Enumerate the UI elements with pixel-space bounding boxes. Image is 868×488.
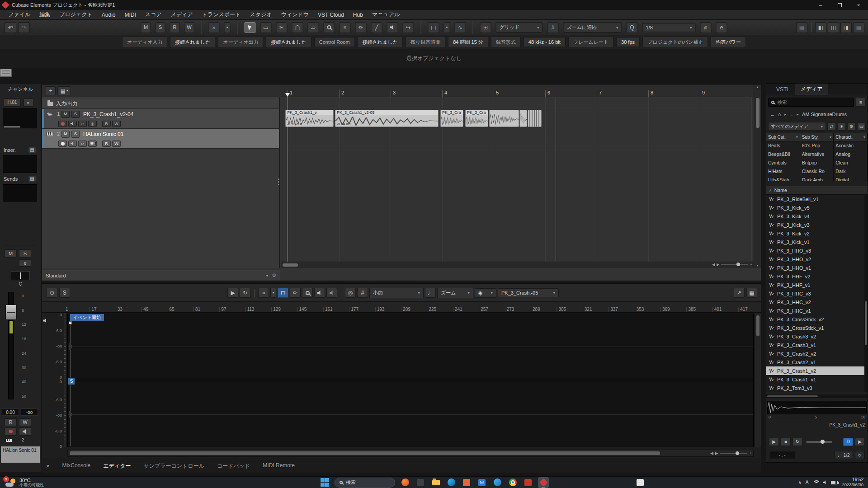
menu-item[interactable]: ファイル bbox=[4, 9, 35, 20]
scrollbar-thumb[interactable] bbox=[283, 263, 298, 267]
scrollbar-thumb[interactable] bbox=[756, 315, 760, 336]
sends-section-label[interactable]: Sends bbox=[4, 176, 18, 182]
media-file-row[interactable]: PK_3_HHC_v1 bbox=[766, 306, 868, 315]
media-search-input[interactable]: 検索 bbox=[768, 98, 854, 107]
link-pin-button[interactable]: ⊙ bbox=[47, 288, 57, 298]
media-file-row[interactable]: PK_3_Crash2_v1 bbox=[766, 358, 868, 366]
splitter-grip[interactable] bbox=[277, 175, 280, 188]
channel-preset-button[interactable]: H.01 bbox=[4, 99, 21, 107]
grid-mode-dropdown[interactable]: 小節▾ bbox=[369, 288, 424, 298]
automation-read-button[interactable]: R bbox=[170, 22, 180, 33]
editor-zoom-controls[interactable]: ◀ ▶ + bbox=[710, 451, 751, 455]
autoscroll-dropdown[interactable]: ▾ bbox=[224, 22, 231, 33]
snap-toggle-button[interactable]: ∿ bbox=[455, 22, 466, 33]
scrollbar-thumb[interactable] bbox=[70, 451, 660, 455]
volume-handle[interactable] bbox=[821, 440, 825, 444]
automation-mute-button[interactable]: M bbox=[141, 22, 151, 33]
maximize-button[interactable] bbox=[830, 0, 849, 10]
write-automation-button[interactable]: W bbox=[19, 418, 31, 426]
play-tool-button[interactable] bbox=[387, 22, 398, 33]
filter-item[interactable]: Cymbals bbox=[766, 159, 800, 167]
filter-item[interactable]: 80's Pop bbox=[800, 141, 834, 150]
zone-tab[interactable]: エディター bbox=[103, 462, 131, 470]
read-automation-button[interactable]: R bbox=[5, 418, 17, 426]
erase-tool-button[interactable]: ▱ bbox=[308, 22, 319, 33]
filter-item[interactable]: Dark Amb bbox=[800, 176, 834, 181]
sync-chip[interactable]: ↻ bbox=[855, 451, 865, 459]
channel-solo-button[interactable]: S bbox=[19, 249, 31, 258]
menu-item[interactable]: Hub bbox=[349, 10, 368, 19]
media-file-row[interactable]: PK_3_CrossStick_v2 bbox=[766, 315, 868, 324]
filter-item[interactable]: Analog bbox=[834, 150, 867, 159]
media-file-row[interactable]: PK_3_Kick_v4 bbox=[766, 212, 868, 221]
track-solo-button[interactable]: S bbox=[71, 111, 80, 118]
audio-event-hatched[interactable] bbox=[528, 110, 542, 127]
editor-vertical-scrollbar[interactable] bbox=[755, 314, 761, 447]
media-file-row[interactable]: PK_3_Crash1_v1 bbox=[766, 375, 868, 384]
media-file-row[interactable]: PK_3_HHC_v2 bbox=[766, 298, 868, 306]
media-file-row[interactable]: PK_3_Crash1_v2 bbox=[766, 366, 868, 375]
autoscroll-button[interactable]: » bbox=[258, 288, 269, 298]
audio-event[interactable]: PK_3_Cra bbox=[440, 110, 463, 127]
media-file-row[interactable]: PK_3_Crash3_v2 bbox=[766, 332, 868, 341]
filter-item[interactable]: Acoustic bbox=[834, 141, 867, 150]
taskbar-app-icon[interactable] bbox=[635, 477, 646, 488]
list-horizontal-scrollbar[interactable] bbox=[766, 394, 868, 398]
media-file-row[interactable]: PK_3_Kick_v2 bbox=[766, 229, 868, 238]
view-options-dropdown[interactable]: ◉▾ bbox=[475, 288, 496, 298]
automation-write-button[interactable]: W bbox=[184, 22, 194, 33]
filter-column-header[interactable]: Charact.▾ bbox=[834, 133, 867, 141]
inserts-section-label[interactable]: Inser. bbox=[4, 147, 16, 153]
media-file-row[interactable]: PK_3_Kick_v5 bbox=[766, 203, 868, 212]
event-display[interactable]: 123456789 PK_3_Crash1_v. -2.93 dB PK_3_C… bbox=[281, 84, 754, 268]
record-enable-button[interactable] bbox=[58, 121, 67, 127]
filter-item[interactable]: Hits&Stab bbox=[766, 176, 800, 181]
add-track-button[interactable]: + bbox=[46, 86, 56, 95]
monitor-button[interactable] bbox=[19, 427, 31, 436]
zoom-slider-handle[interactable] bbox=[736, 263, 740, 266]
draw-tool-button[interactable]: ✏ bbox=[290, 288, 301, 298]
undo-button[interactable]: ↶ bbox=[5, 22, 16, 33]
hitpoint-button[interactable]: ◎ bbox=[345, 288, 356, 298]
list-scrollbar[interactable] bbox=[864, 195, 868, 392]
menu-item[interactable]: スコア bbox=[141, 9, 166, 20]
auto-play-button[interactable]: D bbox=[843, 438, 853, 446]
fade-handle[interactable] bbox=[69, 321, 72, 324]
audio-event[interactable] bbox=[489, 110, 519, 127]
rack-menu-button[interactable]: ≡ bbox=[856, 98, 866, 107]
select-tool-button[interactable] bbox=[245, 22, 256, 33]
preview-loop-button[interactable]: ↻ bbox=[793, 438, 802, 446]
inserts-state-icon[interactable]: ◎ bbox=[88, 121, 97, 127]
channel-edit-button[interactable]: e bbox=[19, 259, 31, 267]
weather-widget[interactable]: 9 30°C 小雨の可能性 bbox=[2, 477, 47, 488]
preview-stop-button[interactable]: ■ bbox=[781, 438, 791, 446]
record-enable-button-armed[interactable] bbox=[58, 141, 67, 147]
menu-item[interactable]: マニュアル bbox=[368, 9, 404, 20]
taskbar-app-icon[interactable] bbox=[400, 477, 410, 488]
scroll-right-icon[interactable]: ▶ bbox=[715, 451, 718, 455]
editor-setup-button[interactable]: ▦ bbox=[746, 288, 757, 298]
clip-select-dropdown[interactable]: PK_3_Crash.-05▾ bbox=[498, 288, 559, 297]
play-in-project-button[interactable]: ▶ bbox=[855, 438, 865, 446]
zone-tab[interactable]: コードパッド bbox=[217, 462, 250, 470]
media-file-row[interactable]: PK_3_HHF_v2 bbox=[766, 272, 868, 281]
track-row-instrument-selected[interactable]: 2 M S HALion Sonic 01 e R W bbox=[42, 129, 279, 149]
monitor-button[interactable] bbox=[68, 121, 77, 127]
rack-tab[interactable]: メディア bbox=[795, 84, 828, 95]
zoom-slider[interactable] bbox=[720, 453, 747, 454]
snap-grid-icon[interactable]: # bbox=[547, 22, 559, 33]
clock[interactable]: 16:52 2023/06/30 bbox=[842, 477, 863, 487]
zoom-controls[interactable]: ◀ ▶ + bbox=[712, 263, 752, 267]
filter-item[interactable]: Alternative bbox=[800, 150, 834, 159]
zoom-tool-button[interactable] bbox=[302, 288, 313, 298]
audio-event[interactable]: PK_3_Crash1_v. -2.93 dB bbox=[285, 110, 334, 127]
audition-loop-button[interactable]: ↻ bbox=[240, 288, 250, 298]
gear-icon[interactable]: ⚙ bbox=[272, 272, 276, 278]
scroll-left-icon[interactable]: ◀ bbox=[710, 451, 713, 455]
media-file-row[interactable]: PK_3_HHC_v3 bbox=[766, 289, 868, 298]
zone-tab[interactable]: MixConsole bbox=[62, 462, 91, 470]
filter-item[interactable]: Clean bbox=[834, 159, 867, 167]
scroll-right-icon[interactable]: ▶ bbox=[717, 263, 719, 267]
snap-zero-crossing-button[interactable]: ⊓ bbox=[278, 288, 288, 298]
preview-waveform[interactable] bbox=[767, 401, 867, 414]
